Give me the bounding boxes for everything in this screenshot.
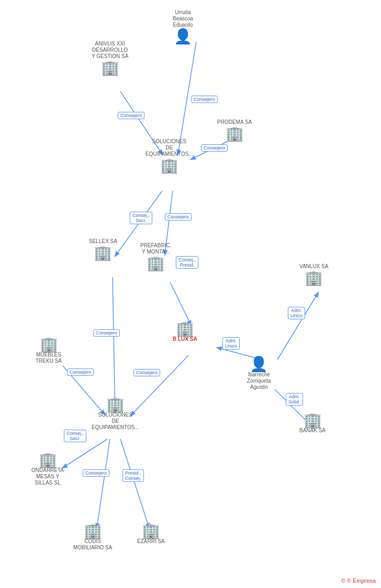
building-icon-blux: 🏢 <box>176 321 194 336</box>
edge-adm-solid: Adm. Solid. <box>286 393 303 406</box>
building-icon-prodema: 🏢 <box>226 126 244 141</box>
edge-consejero-urrutia: Consejero <box>191 96 218 103</box>
edge-consejero-anivlis: Consejero <box>118 112 144 119</box>
node-ezarri: 🏢 EZARRI SA <box>137 524 165 546</box>
node-ibarreche: 👤 Ibarreche Zorriqueta Agustin <box>247 357 271 391</box>
copyright-symbol: © <box>341 578 345 584</box>
svg-line-13 <box>97 439 110 528</box>
edge-consej-secr-top: Consej., Secr. <box>130 212 152 224</box>
node-soluciones-top: SOLUCIONES DE EQUIPAMIENTOS... 🏢 <box>145 139 193 173</box>
edge-consejero-top2: Consejero <box>165 213 192 221</box>
svg-line-14 <box>120 439 149 528</box>
node-soluciones-bot: 🏢 SOLUCIONES DE EQUIPAMIENTOS... <box>92 397 139 432</box>
node-blux[interactable]: 🏢 B LUX SA <box>173 321 197 343</box>
building-icon-banak: 🏢 <box>304 413 322 428</box>
building-icon-codis: 🏢 <box>84 524 102 538</box>
building-icon-vanlux: 🏢 <box>305 271 323 285</box>
svg-line-12 <box>63 439 107 468</box>
edge-consej-secr-bot: Consej., Secr. <box>64 430 86 442</box>
edge-consejero-muebles: Consejero <box>67 368 94 376</box>
building-icon-soluciones-top: 🏢 <box>160 158 178 173</box>
building-icon-soluciones-bot: 🏢 <box>106 397 125 412</box>
person-icon-ibarreche: 👤 <box>250 357 268 372</box>
node-muebles: 🏢 MUEBLES TREKU SA <box>36 337 62 365</box>
edge-consejero-ondarreta: Consejero <box>83 469 109 477</box>
copyright: © © Empresa <box>341 578 376 584</box>
svg-line-8 <box>277 293 318 360</box>
edge-consejero-sellex: Consejero <box>93 329 120 337</box>
svg-line-11 <box>131 355 188 416</box>
node-banak: 🏢 BANAK SA <box>299 413 326 435</box>
edge-consejero-solbot: Consejero <box>133 369 160 376</box>
building-icon-prefabric: 🏢 <box>147 256 165 271</box>
edge-presid-consej: Presid., Consej. <box>122 469 144 482</box>
node-urrutia: Urrutia Beascoa Eduardo 👤 <box>173 9 193 44</box>
building-icon-ondarreta: 🏢 <box>39 453 57 467</box>
node-vanlux: VANLUX SA 🏢 <box>299 263 328 285</box>
building-icon-anivlis: 🏢 <box>101 61 119 75</box>
building-icon-ezarri: 🏢 <box>142 524 160 538</box>
edge-adm-unico-blux: Adm. Unico <box>222 337 240 350</box>
person-icon-urrutia: 👤 <box>174 29 192 44</box>
building-icon-sellex: 🏢 <box>94 246 112 260</box>
node-prefabric: PREFABRIC. Y MONTA... 🏢 <box>140 243 171 271</box>
node-prodema: PRODEMA SA 🏢 <box>217 119 252 141</box>
building-icon-muebles: 🏢 <box>40 337 58 352</box>
node-sellex: SELLEX SA 🏢 <box>89 238 117 260</box>
arrows-svg <box>0 0 381 588</box>
svg-line-6 <box>113 277 115 413</box>
copyright-brand: © Empresa <box>347 578 376 584</box>
svg-line-5 <box>170 282 191 325</box>
node-codis: 🏢 CODIS MOBILIARIO SA <box>73 524 112 552</box>
edge-consejero-prodema: Consejero <box>201 144 228 152</box>
edge-consej-presid: Consej., Presid. <box>176 256 198 269</box>
node-anivlis: ANIVLIS XXI DESARROLLO Y GESTION SA 🏢 <box>92 41 128 75</box>
node-ondarreta: 🏢 ONDARRETA MESAS Y SILLAS SL <box>31 453 64 487</box>
edge-adm-unico-vanlux: Adm. Unico <box>288 307 305 319</box>
diagram-container: Urrutia Beascoa Eduardo 👤 ANIVLIS XXI DE… <box>0 0 381 588</box>
